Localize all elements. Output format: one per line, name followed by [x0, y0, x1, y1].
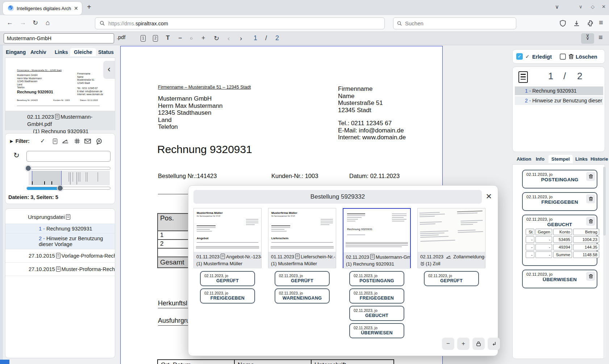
modal-goto-button[interactable]: [488, 338, 500, 350]
done-checkbox[interactable]: ✓: [516, 53, 523, 60]
stamp-gebucht[interactable]: 02.11.2023, jo GEBUCHT StGegenKontoBetra…: [522, 215, 597, 266]
filter-label[interactable]: ► Filter:: [9, 138, 30, 144]
tab-links[interactable]: Links: [55, 49, 68, 55]
document-icon: [370, 254, 375, 259]
delete-checkbox[interactable]: [560, 54, 566, 60]
delete-stamp-button[interactable]: [586, 172, 595, 181]
extensions-puzzle-icon[interactable]: [587, 20, 594, 27]
alarm-icon: [420, 262, 425, 266]
single-page-icon[interactable]: 1: [141, 34, 146, 42]
document-thumbnail[interactable]: Firmenname – Musterstraße 51 – 12345 Sta…: [9, 62, 104, 110]
linked-doc-card-angebot[interactable]: Musterfirma Müller Ihr Servicepartner fü…: [193, 208, 262, 268]
source-file-row[interactable]: 27.10.2015Muster-Proforma-Rechnung.pdf: [5, 262, 115, 276]
tab-eingang[interactable]: Eingang: [6, 49, 26, 55]
page-row-selected[interactable]: 1 - Rechnung 9320931: [515, 86, 603, 95]
filter-refresh-icon[interactable]: ↻: [13, 151, 20, 160]
date-range-track-top[interactable]: [26, 167, 110, 170]
doc-signature-table: Ort, Datum Name Unterschrift: [157, 359, 394, 364]
modal-zoom-in-button[interactable]: +: [457, 338, 470, 350]
tab-close-icon[interactable]: ✕: [74, 5, 78, 11]
source-page-row[interactable]: 1 - Rechnung 9320931: [5, 224, 115, 233]
modal-zoom-out-button[interactable]: −: [442, 338, 454, 350]
stamp-geprueft[interactable]: 02.11.2023, joGEPRÜFT: [424, 271, 479, 286]
linked-doc-card-lieferschein[interactable]: Musterfirma Müller Ihr Servicepartner fü…: [268, 208, 336, 268]
download-icon[interactable]: [573, 20, 580, 27]
delete-stamp-button[interactable]: [586, 272, 595, 281]
bestellung-modal: Bestellung 5929332 ✕ Musterfirma Müller …: [188, 185, 498, 356]
browser-search-input[interactable]: [405, 20, 506, 26]
collapse-panel-chevron-icon[interactable]: ‹: [103, 61, 115, 79]
mail-filter-icon[interactable]: [84, 139, 91, 144]
window-close-icon[interactable]: ✕: [602, 4, 606, 9]
collapse-toolbar-button[interactable]: ∨∨: [581, 33, 594, 44]
comment-filter-icon[interactable]: [96, 138, 102, 144]
forward-icon[interactable]: →: [20, 19, 26, 26]
tab-links[interactable]: Links: [575, 156, 588, 162]
reload-icon[interactable]: ↻: [33, 19, 38, 27]
stamp-panel-scrollbar[interactable]: [603, 167, 606, 358]
prev-page-icon[interactable]: ‹: [228, 34, 230, 42]
zoom-reset-icon[interactable]: ○: [190, 35, 193, 41]
delete-stamp-button[interactable]: [586, 194, 595, 203]
url-domain: spiraltrax.com: [135, 21, 168, 26]
source-file-row[interactable]: 27.10.2015Vorlage-Proforma-Rechnung.d…: [5, 249, 115, 262]
window-maximize-icon[interactable]: ◇: [591, 4, 595, 9]
doc-contact-block: Tel.: 0211 12345 67E-Mail: info@domain.d…: [338, 120, 406, 141]
tab-info[interactable]: Info: [536, 156, 545, 162]
selected-file-row[interactable]: 02.11.2023Mustermann-GmbH.pdf (1) Rechnu…: [5, 111, 115, 130]
delete-stamp-button[interactable]: [586, 217, 595, 226]
tab-gleiche[interactable]: Gleiche: [70, 48, 96, 56]
tab-historie[interactable]: Historie: [591, 156, 608, 162]
two-page-icon[interactable]: 2: [153, 34, 158, 42]
tab-list-chevron-icon[interactable]: ∨: [555, 4, 559, 10]
linked-doc-card-zoll[interactable]: 02.11.2023 Zollanmeldung-AT… (1) Zoll: [417, 208, 485, 268]
window-minimize-icon[interactable]: ∨: [579, 4, 583, 9]
filter-input[interactable]: [26, 151, 110, 162]
stamp-ueberwiesen[interactable]: 02.11.2023, joÜBERWIESEN: [349, 323, 404, 338]
menu-hamburger-icon[interactable]: ≡: [599, 18, 603, 27]
tab-stempel[interactable]: Stempel: [548, 155, 573, 163]
browser-search-box[interactable]: [393, 17, 516, 29]
linked-doc-card-rechnung[interactable]: Rechnung 9320931 02.11.2023Mustermann-Gm…: [343, 208, 411, 268]
zoom-in-icon[interactable]: +: [201, 34, 205, 42]
app-menu-icon[interactable]: ≡: [598, 33, 603, 42]
zoom-out-icon[interactable]: −: [178, 34, 182, 42]
stamp-posteingang[interactable]: 02.11.2023, joPOSTEINGANG: [349, 271, 404, 286]
scan-filter-icon[interactable]: [62, 139, 68, 144]
booking-table: StGegenKontoBetrag --534951004.23 --4939…: [523, 227, 597, 260]
date-range-track-bottom[interactable]: [26, 187, 110, 190]
document-filter-icon[interactable]: [53, 139, 57, 144]
stamp-geprueft[interactable]: 02.11.2023, joGEPRÜFT: [200, 271, 255, 286]
stamp-freigegeben[interactable]: 02.11.2023, joFREIGEGEBEN: [200, 288, 255, 304]
document-search-input[interactable]: [4, 33, 114, 43]
range-handle-end[interactable]: [57, 185, 63, 191]
page-row[interactable]: 2 - Hinweise zur Benutzung dieser Vo…: [515, 96, 603, 105]
stamp-geprueft[interactable]: 02.11.2023, joGEPRÜFT: [275, 271, 330, 286]
grid-filter-icon[interactable]: [74, 138, 80, 144]
tab-aktion[interactable]: Aktion: [517, 156, 531, 162]
text-tool-icon[interactable]: T: [166, 34, 170, 42]
stamp-freigegeben[interactable]: 02.11.2023, jo FREIGEGEBEN: [522, 192, 597, 211]
back-icon[interactable]: ←: [7, 19, 13, 26]
thumb-order-no: Bestellung Nr.:141423: [17, 99, 38, 102]
thumb-mini-table: [271, 246, 334, 250]
thumb-content: [418, 208, 485, 252]
stamp-gebucht[interactable]: 02.11.2023, joGEBUCHT: [349, 306, 404, 321]
next-page-icon[interactable]: ›: [240, 34, 242, 42]
check-filter-icon[interactable]: ✓: [40, 137, 45, 144]
shield-icon[interactable]: [559, 20, 566, 27]
modal-close-icon[interactable]: ✕: [485, 192, 492, 201]
stamp-wareneingang[interactable]: 02.11.2023, joWARENEINGANG: [275, 288, 330, 304]
url-bar[interactable]: https://dms.spiraltrax.com: [95, 17, 385, 29]
rotate-icon[interactable]: ↻: [214, 34, 219, 42]
new-tab-button[interactable]: +: [87, 3, 91, 11]
tab-archiv[interactable]: Archiv: [30, 49, 46, 55]
modal-lock-button[interactable]: [472, 338, 485, 350]
stamp-posteingang[interactable]: 02.11.2023, jo POSTEINGANG: [522, 170, 597, 189]
stamp-freigegeben[interactable]: 02.11.2023, joFREIGEGEBEN: [349, 288, 404, 304]
home-icon[interactable]: ⌂: [46, 19, 50, 27]
browser-tab[interactable]: Intelligentes digitales Arch ✕: [3, 2, 82, 15]
tab-status[interactable]: Status: [98, 49, 114, 55]
source-page-row[interactable]: 2 - Hinweise zur Benutzung dieser Vorlag…: [5, 233, 115, 249]
stamp-ueberwiesen[interactable]: 02.11.2023, jo ÜBERWIESEN: [522, 270, 597, 288]
